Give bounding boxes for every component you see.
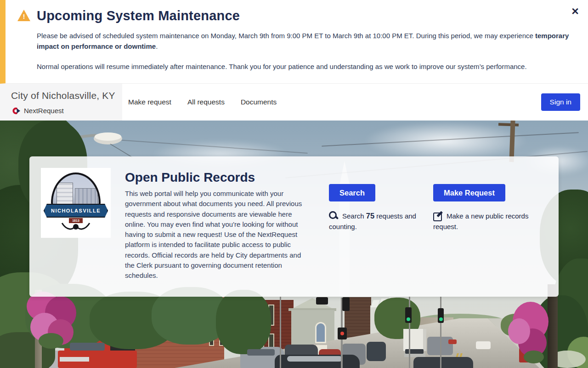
close-icon[interactable]: ✕ <box>568 5 582 18</box>
parked-car <box>367 342 386 361</box>
arched-window <box>315 322 326 343</box>
logo-building <box>57 183 73 205</box>
warning-icon: ! <box>17 10 30 21</box>
logo-flourish <box>60 221 91 231</box>
open-records-card: NICHOLASVILLE 1813 Open Public Records T… <box>29 156 559 297</box>
banner-body-1-end: . <box>156 42 158 50</box>
banner-body-2: Normal operations will resume immediatel… <box>37 61 579 72</box>
truck-grille <box>60 357 89 362</box>
sign-in-button[interactable]: Sign in <box>541 93 580 111</box>
platform-name: NextRequest <box>24 107 64 115</box>
search-icon <box>329 211 338 220</box>
traffic-light <box>342 297 350 311</box>
truck-bumper <box>404 353 425 357</box>
car <box>413 357 473 368</box>
car-windshield <box>287 356 342 362</box>
make-request-note-text: Make a new public records request. <box>433 212 528 230</box>
banner-body-1: Please be advised of scheduled system ma… <box>37 30 579 52</box>
make-request-button[interactable]: Make Request <box>433 184 505 201</box>
maintenance-banner: ! Upcoming System Maintenance Please be … <box>0 0 588 84</box>
edit-icon <box>433 211 442 220</box>
site-header: City of Nicholasville, KY NextRequest Ma… <box>0 84 588 121</box>
box-truck <box>403 329 426 351</box>
car <box>476 341 491 349</box>
page-title: Open Public Records <box>125 170 255 185</box>
traffic-light-red <box>338 328 347 339</box>
banner-title: Upcoming System Maintenance <box>37 8 240 23</box>
signal-pole <box>440 297 441 368</box>
truck-windshield <box>405 349 424 354</box>
traffic-light-green <box>438 308 444 323</box>
bush <box>216 290 271 354</box>
search-count-note: Search 75 requests and counting. <box>329 211 421 232</box>
nav-make-request[interactable]: Make request <box>128 98 171 106</box>
nav-documents[interactable]: Documents <box>241 98 277 106</box>
banner-body-1-text: Please be advised of scheduled system ma… <box>37 32 535 40</box>
cloud <box>363 121 528 161</box>
agency-name: City of Nicholasville, KY <box>11 90 115 101</box>
car <box>448 339 457 344</box>
logo-dome <box>51 172 101 207</box>
nav-all-requests[interactable]: All requests <box>187 98 225 106</box>
flower-basket-greens <box>39 333 63 349</box>
portal-description: This web portal will help you communicat… <box>125 189 306 281</box>
agency-brand[interactable]: City of Nicholasville, KY NextRequest <box>0 84 122 121</box>
flower-basket-greens <box>524 351 544 363</box>
nextrequest-logo: NextRequest <box>11 107 64 115</box>
request-count: 75 <box>366 212 374 220</box>
city-logo: NICHOLASVILLE 1813 <box>41 168 111 238</box>
main-nav: Make request All requests Documents <box>128 84 277 121</box>
flower-basket <box>508 318 530 344</box>
civicplus-icon <box>11 107 21 115</box>
make-request-note: Make a new public records request. <box>433 211 534 232</box>
street-photo-background: NICHOLASVILLE 1813 Open Public Records T… <box>0 121 588 368</box>
logo-building <box>75 188 98 205</box>
search-note-text: Search <box>342 212 366 220</box>
logo-banner: NICHOLASVILLE <box>44 204 108 218</box>
traffic-light-green <box>405 307 412 323</box>
truck-windshield <box>70 343 105 351</box>
warning-mark: ! <box>23 13 25 20</box>
search-button[interactable]: Search <box>329 184 375 201</box>
nextrequest-portal: ! Upcoming System Maintenance Please be … <box>0 0 588 368</box>
car-window <box>247 349 275 356</box>
logo-city-name: NICHOLASVILLE <box>51 208 101 213</box>
traffic-light <box>316 297 328 305</box>
signal-pole <box>280 297 281 368</box>
light-pole <box>548 284 558 368</box>
